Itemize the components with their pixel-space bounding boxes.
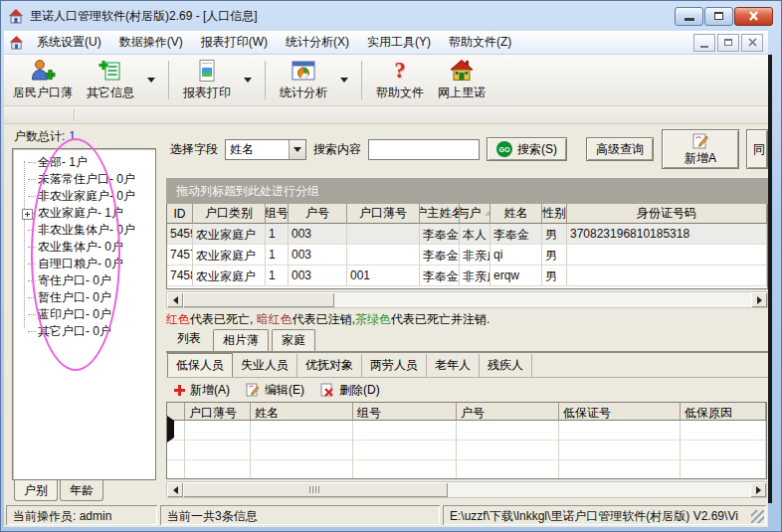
col-household-no[interactable]: 户号: [289, 204, 347, 224]
menu-system-settings[interactable]: 系统设置(U): [28, 31, 110, 54]
tab-household-type[interactable]: 户别: [14, 479, 58, 501]
tree-item[interactable]: 暂住户口- 0户: [17, 289, 153, 306]
mdi-restore-button[interactable]: [717, 34, 739, 52]
advanced-query-button[interactable]: 高级查询: [586, 137, 654, 161]
tab-photo-album[interactable]: 相片薄: [213, 329, 269, 351]
same-household-button[interactable]: 同: [746, 129, 768, 169]
category-horizontal-scrollbar[interactable]: [166, 481, 767, 498]
toolbar-web-button[interactable]: 网上里诺: [431, 57, 492, 103]
household-total: 户数总计:1: [12, 128, 156, 148]
tree-item[interactable]: 其它户口- 0户: [17, 323, 153, 340]
cell: qi: [490, 245, 542, 266]
col-id-number[interactable]: 身份证号码: [567, 204, 767, 224]
col-household-type[interactable]: 户口类别: [193, 204, 266, 224]
scrollbar-track[interactable]: [448, 482, 750, 497]
scroll-left-button[interactable]: [167, 292, 183, 307]
tab-family[interactable]: 家庭: [272, 329, 315, 351]
toolbar-other-info-button[interactable]: 其它信息: [80, 57, 141, 103]
tree-item[interactable]: 非农业家庭户- 0户: [17, 188, 153, 205]
scroll-right-button[interactable]: [750, 482, 766, 497]
col-booklet-no[interactable]: 户口薄号: [185, 403, 251, 421]
legend-text: 代表已注销,: [293, 311, 355, 328]
tab-disabled[interactable]: 残疾人: [480, 354, 532, 377]
toolbar-dock-strip: [4, 106, 768, 124]
menu-statistics[interactable]: 统计分析(X): [277, 31, 358, 54]
toolbar-button-label: 报表打印: [183, 85, 231, 101]
cell: [681, 460, 766, 479]
toolbar-help-button[interactable]: ? 帮助文件: [369, 57, 431, 103]
tab-special-care[interactable]: 优抚对象: [297, 354, 362, 377]
other-info-dropdown[interactable]: [141, 57, 161, 103]
mdi-minimize-button[interactable]: [693, 34, 715, 52]
col-name[interactable]: 姓名: [251, 403, 353, 421]
statistics-dropdown[interactable]: [334, 57, 354, 103]
col-booklet-no[interactable]: 户口薄号: [347, 204, 420, 224]
col-household-no[interactable]: 户号: [457, 403, 559, 421]
population-info-panel: 选择字段 姓名 搜索内容 GO 搜索(S) 高级查询: [160, 124, 768, 503]
menubar: 系统设置(U) 数据操作(V) 报表打印(W) 统计分析(X) 实用工具(Y) …: [4, 31, 768, 55]
tree-item[interactable]: 未落常住户口- 0户: [17, 171, 153, 188]
table-row[interactable]: 5459 农业家庭户 1 003 李奉金 本人 李奉金 男 3708231968…: [167, 224, 767, 245]
tree-item[interactable]: 农业集体户- 0户: [17, 239, 153, 256]
main-toolbar: 居民户口薄 其它信息 报表打印 统计分析 ? 帮助文件: [4, 55, 768, 106]
tree-expand-icon[interactable]: [22, 209, 33, 220]
toolbar-report-print-button[interactable]: 报表打印: [176, 57, 238, 103]
tree-item[interactable]: 蓝印户口- 0户: [17, 306, 153, 323]
minimize-button[interactable]: [675, 7, 703, 26]
maximize-button[interactable]: [704, 7, 733, 26]
menu-report-print[interactable]: 报表打印(W): [192, 31, 277, 54]
table-row-empty[interactable]: [167, 421, 766, 441]
scroll-left-button[interactable]: [167, 482, 183, 497]
combo-dropdown-button[interactable]: [289, 140, 305, 159]
table-row[interactable]: 7458 农业家庭户 1 003 001 李奉金 非亲戚 erqw 男: [167, 266, 767, 286]
col-gender[interactable]: 性别: [542, 204, 567, 224]
col-relation[interactable]: 与户: [460, 204, 490, 224]
field-select-combo[interactable]: 姓名: [225, 139, 306, 160]
tree-item[interactable]: 非农业集体户- 0户: [17, 222, 153, 239]
add-entry-button[interactable]: 新增(A): [174, 382, 230, 399]
tab-low-income[interactable]: 低保人员: [167, 353, 233, 377]
col-group-no[interactable]: 组号: [353, 403, 457, 421]
table-row-empty[interactable]: [167, 441, 766, 460]
tree-item[interactable]: 寄住户口- 0户: [17, 272, 153, 289]
report-print-dropdown[interactable]: [238, 57, 258, 103]
cell: [681, 421, 766, 441]
col-cert-no[interactable]: 低保证号: [559, 403, 681, 421]
scrollbar-thumb[interactable]: [183, 482, 448, 497]
tree-item-all[interactable]: 全部- 1户: [17, 154, 153, 171]
tab-age[interactable]: 年龄: [60, 480, 103, 501]
edit-entry-button[interactable]: 编辑(E): [246, 382, 304, 399]
toolbar-statistics-button[interactable]: 统计分析: [273, 57, 334, 103]
toolbar-resident-booklet-button[interactable]: 居民户口薄: [6, 57, 80, 103]
table-row[interactable]: 7457 农业家庭户 1 003 李奉金 非亲戚 qi 男: [167, 245, 767, 266]
mdi-close-button[interactable]: [741, 34, 763, 52]
tree-item-agricultural-family[interactable]: 农业家庭户- 1户: [17, 205, 153, 222]
menu-utilities[interactable]: 实用工具(Y): [358, 31, 440, 54]
col-reason[interactable]: 低保原因: [681, 403, 766, 421]
close-button[interactable]: [734, 7, 773, 26]
menu-data-operations[interactable]: 数据操作(V): [110, 31, 192, 54]
col-id[interactable]: ID: [167, 204, 193, 224]
add-record-button[interactable]: 新增A: [662, 129, 739, 169]
search-button[interactable]: GO 搜索(S): [487, 137, 567, 161]
delete-entry-button[interactable]: 删除(D): [320, 382, 380, 399]
tab-two-labors[interactable]: 两劳人员: [362, 354, 427, 377]
tree-item[interactable]: 自理口粮户- 0户: [17, 256, 153, 272]
col-group-no[interactable]: 组号: [266, 204, 289, 224]
help-icon: ?: [387, 59, 413, 83]
mdi-system-icon[interactable]: [9, 35, 24, 50]
tab-list[interactable]: 列表: [168, 328, 210, 351]
search-input[interactable]: [368, 139, 480, 160]
scroll-right-button[interactable]: [751, 292, 767, 307]
scrollbar-track[interactable]: [334, 292, 751, 307]
table-row-empty[interactable]: [167, 460, 766, 479]
table-horizontal-scrollbar[interactable]: [166, 291, 768, 308]
col-name[interactable]: 姓名: [490, 204, 542, 224]
group-by-bar[interactable]: 拖动列标题到此处进行分组: [166, 178, 768, 204]
tab-elderly[interactable]: 老年人: [427, 354, 480, 377]
resize-grip-icon[interactable]: [751, 510, 764, 523]
col-head-name[interactable]: 户主姓名: [420, 204, 460, 224]
tab-unemployed[interactable]: 失业人员: [233, 354, 297, 377]
scrollbar-thumb[interactable]: [183, 292, 334, 307]
menu-help[interactable]: 帮助文件(Z): [440, 31, 520, 54]
